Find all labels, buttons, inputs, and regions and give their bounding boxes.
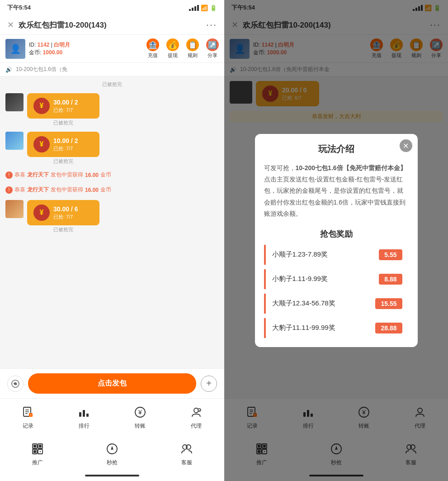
left-rp-grabbed-3: 已抢: 7/7 [53,214,78,220]
modal-highlight: 10-200七包1.6倍【免死中雷赔付本金】 [296,164,406,171]
left-id-label: ID: [29,42,36,48]
left-transfer-icon: ¥ [132,404,148,420]
left-menu-records[interactable]: 记录 [0,404,56,433]
modal-bonus-list: 小顺子1.23-7.89奖 5.55 小豹子1.11-9.99奖 8.88 大顺… [264,245,409,338]
left-rp-icon-1: ¥ [33,98,50,114]
svg-rect-10 [83,410,85,417]
left-notice-unit-1: 金币 [100,171,111,179]
left-chat-area[interactable]: 已被抢完 ¥ 30.00 / 2 已抢: 7/7 已被抢完 [0,76,224,368]
left-notice-icon-2: ! [5,186,13,194]
modal-section-title: 抢包奖励 [264,229,409,239]
modal-box: ✕ 玩法介绍 可发可抢，10-200七包1.6倍【免死中雷赔付本金】点击主页发送… [255,134,418,347]
svg-rect-24 [40,451,41,452]
modal-overlay[interactable]: ✕ 玩法介绍 可发可抢，10-200七包1.6倍【免死中雷赔付本金】点击主页发送… [224,0,448,481]
left-plus-button[interactable]: + [201,376,217,392]
left-menu-transfer-label: 转账 [135,422,146,430]
left-id-number: 1142 [38,42,50,48]
left-rp-icon-3: ¥ [33,205,50,221]
left-rp-amount-2: 10.00 / 2 [53,137,78,144]
left-voice-button[interactable] [7,376,24,392]
left-send-packet-button[interactable]: 点击发包 [28,373,196,394]
left-promote-icon [29,441,46,457]
left-user-id-line: ID: 1142 | 白明月 [29,41,70,49]
left-msg-status-1: 已被抢完 [5,81,219,88]
left-menu-service[interactable]: 客服 [150,441,224,470]
left-voice-icon [11,379,20,388]
left-nav-bar: ✕ 欢乐红包扫雷10-200(143) ··· [0,15,224,35]
left-ranking-icon [76,404,92,420]
left-withdraw-icon: 💰 [166,38,179,51]
left-notice-prefix-2: 恭喜 [14,186,25,194]
left-notice-amount-2: 16.00 [85,187,99,193]
left-menu-quickgrab-label: 秒抢 [107,459,118,467]
left-user-text: ID: 1142 | 白明月 金币: 1000.00 [29,41,70,57]
svg-rect-11 [86,414,89,417]
left-rp-wrapper-3: ¥ 30.00 / 6 已抢: 7/7 已被抢完 [27,200,99,233]
left-service-icon [179,441,195,457]
left-time: 下午5:54 [7,4,31,12]
left-rules-button[interactable]: 📋 规则 [186,38,199,59]
left-notice-unit-2: 金币 [100,186,111,194]
left-rp-inner-3: ¥ 30.00 / 6 已抢: 7/7 [33,205,93,221]
left-share-button[interactable]: ↗️ 分享 [206,38,219,59]
modal-bonus-value-2: 8.88 [379,274,402,285]
left-notice-action-1: 发包中雷获得 [51,171,83,179]
left-red-packet-3[interactable]: ¥ 30.00 / 6 已抢: 7/7 [27,200,99,225]
left-rp-status-3: 已被抢完 [27,226,99,233]
left-charge-label: 充值 [148,52,158,59]
left-notice-name-1: 龙行天下 [27,171,49,179]
left-menu-records-label: 记录 [23,422,33,430]
modal-title: 玩法介绍 [264,143,409,155]
left-charge-button[interactable]: 🏦 充值 [146,38,159,59]
left-rules-icon: 📋 [186,38,199,51]
left-close-button[interactable]: ✕ [7,20,14,30]
left-quickgrab-icon [104,441,120,457]
left-rp-icon-2: ¥ [33,136,50,152]
left-red-packet-1[interactable]: ¥ 30.00 / 2 已抢: 7/7 [27,93,99,119]
left-subtitle-text: 10-200七包1.6倍（免 [16,66,67,73]
left-menu-row-1: 记录 排行 ¥ 转账 + 代理 [0,399,224,435]
left-coins-value: 1000.00 [43,49,62,56]
left-rp-text-group-3: 30.00 / 6 已抢: 7/7 [53,205,78,220]
left-menu-transfer[interactable]: ¥ 转账 [112,404,168,433]
left-user-bar: 👤 ID: 1142 | 白明月 金币: 1000.00 🏦 充值 [0,35,224,63]
left-menu-promote-label: 推广 [32,459,43,467]
left-records-icon [20,404,36,420]
left-status-bar: 下午5:54 📶 🔋 [0,0,224,15]
left-coins-line: 金币: 1000.00 [29,49,70,57]
left-rp-wrapper-1: ¥ 30.00 / 2 已抢: 7/7 已被抢完 [27,93,99,126]
svg-rect-9 [79,412,81,417]
left-rp-wrapper-2: ¥ 10.00 / 2 已抢: 7/7 已被抢完 [27,132,99,165]
left-avatar-3 [5,200,24,218]
svg-rect-22 [39,445,42,448]
left-rp-inner-1: ¥ 30.00 / 2 已抢: 7/7 [33,98,93,114]
modal-bonus-label-3: 大顺子12.34-56.78奖 [272,299,335,308]
left-notice-1: ! 恭喜 龙行天下 发包中雷获得 16.00 金币 [5,170,219,180]
left-red-packet-2[interactable]: ¥ 10.00 / 2 已抢: 7/7 [27,132,99,157]
modal-bonus-3: 大顺子12.34-56.78奖 15.55 [264,294,409,314]
left-notice-name-2: 龙行天下 [27,186,49,194]
left-menu-promote[interactable]: 推广 [0,441,75,470]
modal-close-button[interactable]: ✕ [400,139,412,152]
svg-rect-23 [33,450,36,453]
left-menu-agent[interactable]: + 代理 [168,404,224,433]
left-separator: | [51,42,52,48]
left-bottom-menu: 记录 排行 ¥ 转账 + 代理 [0,398,224,481]
left-menu-service-label: 客服 [181,459,192,467]
modal-bonus-value-3: 15.55 [375,298,402,309]
left-withdraw-label: 提现 [168,52,178,59]
left-username: 白明月 [54,42,70,48]
left-charge-icon: 🏦 [146,38,159,51]
left-menu-row-2: 推广 秒抢 客服 [0,435,224,472]
left-menu-quickgrab[interactable]: 秒抢 [75,441,149,470]
left-user-actions: 🏦 充值 💰 提现 📋 规则 ↗️ 分享 [146,38,219,59]
modal-bonus-4: 大豹子11.11-99.99奖 28.88 [264,318,409,338]
svg-text:¥: ¥ [138,409,142,416]
left-withdraw-button[interactable]: 💰 提现 [166,38,179,59]
svg-rect-21 [33,445,36,448]
left-menu-ranking[interactable]: 排行 [56,404,112,433]
left-notice-amount-1: 16.00 [85,172,99,178]
wifi-icon: 📶 [201,5,208,11]
left-notice-prefix-1: 恭喜 [14,171,25,179]
left-more-button[interactable]: ··· [206,19,217,31]
